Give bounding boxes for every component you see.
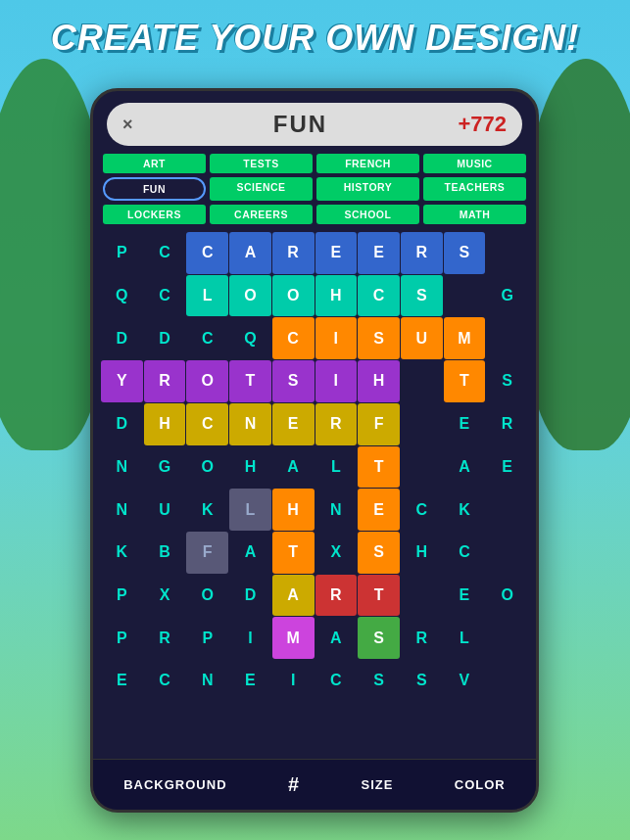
cell-1-2: L — [186, 275, 228, 317]
cell-5-0: N — [101, 446, 143, 489]
tag-teachers[interactable]: TEACHERS — [423, 177, 526, 201]
cell-6-9 — [486, 489, 528, 531]
cell-5-3: H — [229, 446, 271, 489]
cell-0-5: E — [315, 232, 358, 274]
tag-school[interactable]: SCHOOL — [316, 205, 419, 224]
tag-history[interactable]: HISTORY — [316, 177, 419, 201]
tag-lockers[interactable]: LOCKERS — [103, 205, 206, 224]
cell-6-8: K — [444, 489, 486, 531]
cell-3-2: O — [186, 360, 228, 402]
cell-3-4: S — [272, 360, 315, 402]
tag-music[interactable]: MUSIC — [423, 154, 526, 173]
cell-0-2: C — [186, 232, 228, 274]
cell-4-1: H — [144, 403, 186, 445]
tag-tests[interactable]: TESTS — [210, 154, 313, 173]
size-button[interactable]: SIZE — [361, 777, 393, 792]
tag-science[interactable]: SCIENCE — [210, 177, 313, 201]
cell-8-8: E — [444, 575, 486, 617]
cell-6-0: N — [101, 489, 143, 531]
cell-2-1: D — [144, 317, 186, 359]
cell-4-4: E — [272, 403, 315, 445]
page-title: CREATE YOUR OWN DESIGN! — [20, 18, 610, 59]
close-icon[interactable]: × — [122, 115, 133, 135]
cell-10-2: N — [186, 660, 228, 702]
cell-3-1: R — [144, 360, 186, 402]
cell-6-5: N — [315, 489, 358, 531]
cell-8-3: D — [229, 575, 271, 617]
cell-2-5: I — [315, 317, 358, 359]
cell-3-5: I — [315, 360, 358, 402]
cell-1-1: C — [144, 275, 186, 317]
cell-0-6: E — [358, 232, 400, 274]
cell-9-6: S — [358, 617, 400, 659]
cell-1-5: H — [315, 275, 358, 317]
cell-3-0: Y — [101, 360, 143, 402]
cell-7-7: H — [401, 532, 443, 574]
hash-button[interactable]: # — [288, 773, 300, 796]
cell-6-1: U — [144, 489, 186, 531]
cell-8-5: R — [315, 575, 358, 617]
cell-5-1: G — [144, 446, 186, 489]
cell-10-3: E — [229, 660, 271, 702]
cell-7-5: X — [315, 532, 358, 574]
cell-10-7: S — [401, 660, 443, 702]
cell-8-0: P — [101, 575, 143, 617]
cell-5-9: E — [486, 446, 528, 489]
cell-7-0: K — [101, 532, 143, 574]
cell-3-6: H — [358, 360, 400, 402]
cell-9-5: A — [315, 617, 358, 659]
cell-7-6: S — [358, 532, 400, 574]
cell-8-4: A — [272, 575, 315, 617]
cell-3-7 — [401, 360, 443, 402]
cell-7-1: B — [144, 532, 186, 574]
cell-9-2: P — [186, 617, 228, 659]
tag-french[interactable]: FRENCH — [316, 154, 419, 173]
cell-6-4: H — [272, 489, 315, 531]
cell-7-8: C — [444, 532, 486, 574]
cell-10-9 — [486, 660, 528, 702]
cell-4-0: D — [101, 403, 143, 445]
cell-9-4: M — [272, 617, 315, 659]
cell-9-9 — [486, 617, 528, 659]
cell-3-8: T — [444, 360, 486, 402]
tag-math[interactable]: MATH — [423, 205, 526, 224]
cell-2-8: M — [444, 317, 486, 359]
cell-3-3: T — [229, 360, 271, 402]
cell-7-2: F — [186, 532, 228, 574]
cell-1-8 — [444, 275, 486, 317]
cell-6-2: K — [186, 489, 228, 531]
cell-9-7: R — [401, 617, 443, 659]
cell-7-4: T — [272, 532, 315, 574]
cell-8-7 — [401, 575, 443, 617]
tag-fun[interactable]: FUN — [103, 177, 206, 201]
cell-0-7: R — [401, 232, 443, 274]
tag-art[interactable]: ART — [103, 154, 206, 173]
tag-careers[interactable]: CAREERS — [210, 205, 313, 224]
cell-0-9 — [486, 232, 528, 274]
cell-9-1: R — [144, 617, 186, 659]
cell-5-4: A — [272, 446, 315, 489]
color-button[interactable]: COLOR — [455, 777, 506, 792]
cell-4-3: N — [229, 403, 271, 445]
background-button[interactable]: BACKGROUND — [123, 777, 226, 792]
cell-2-3: Q — [229, 317, 271, 359]
header: CREATE YOUR OWN DESIGN! — [0, 0, 630, 72]
cell-5-2: O — [186, 446, 228, 489]
cell-2-6: S — [358, 317, 400, 359]
bottom-bar: BACKGROUND # SIZE COLOR — [93, 759, 536, 810]
cell-0-3: A — [229, 232, 271, 274]
cell-2-9 — [486, 317, 528, 359]
cell-7-9 — [486, 532, 528, 574]
cell-0-8: S — [444, 232, 486, 274]
cell-10-1: C — [144, 660, 186, 702]
cell-1-7: S — [401, 275, 443, 317]
cell-10-4: I — [272, 660, 315, 702]
cell-2-2: C — [186, 317, 228, 359]
cell-10-0: E — [101, 660, 143, 702]
cell-10-6: S — [358, 660, 400, 702]
cell-6-7: C — [401, 489, 443, 531]
phone-frame: × FUN +772 ART TESTS FRENCH MUSIC FUN SC… — [90, 88, 539, 813]
cell-2-7: U — [401, 317, 443, 359]
cell-8-6: T — [358, 575, 400, 617]
cell-2-4: C — [272, 317, 315, 359]
